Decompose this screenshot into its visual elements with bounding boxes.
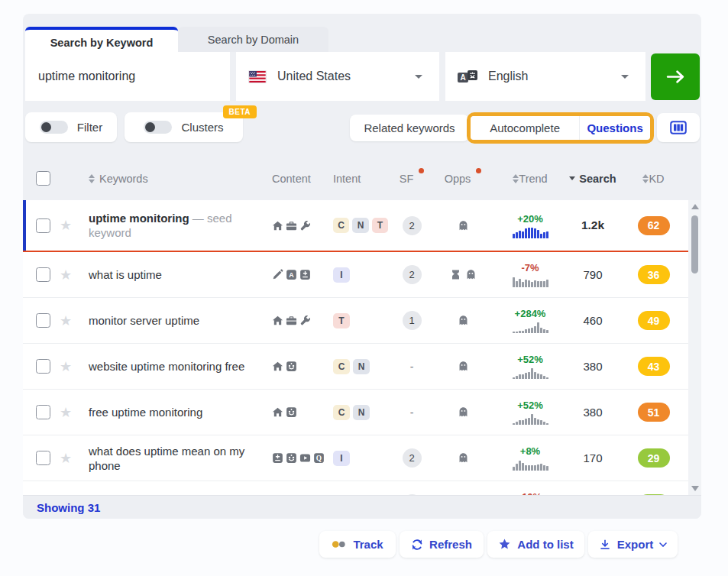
clusters-toggle-switch[interactable] xyxy=(144,121,172,134)
row-star-cell: ★ xyxy=(57,200,83,251)
intent-badge-t: T xyxy=(372,218,388,233)
youtube-icon xyxy=(299,452,311,464)
favorite-star-icon[interactable]: ★ xyxy=(60,404,72,421)
sort-icon[interactable] xyxy=(513,174,519,183)
favorite-star-icon[interactable]: ★ xyxy=(60,358,72,375)
country-select[interactable]: United States xyxy=(236,52,439,101)
tab-search-by-keyword[interactable]: Search by Keyword xyxy=(25,27,178,55)
row-checkbox[interactable] xyxy=(36,405,50,419)
clusters-toggle-button[interactable]: Clusters BETA xyxy=(125,112,243,142)
sort-icon[interactable] xyxy=(642,174,649,183)
favorite-star-icon[interactable]: ★ xyxy=(60,450,72,467)
table-footer: Showing 31 xyxy=(23,495,701,519)
column-header-search[interactable]: Search xyxy=(567,157,619,200)
search-volume-cell: 170 xyxy=(567,435,619,481)
home-icon xyxy=(272,361,283,372)
keyword-cell[interactable]: monitor server uptime xyxy=(83,298,264,343)
search-volume-value: 380 xyxy=(583,360,602,373)
reddit-icon xyxy=(286,452,297,464)
filter-toggle-switch[interactable] xyxy=(40,121,68,134)
keyword-cell[interactable]: what does uptime mean on my phone xyxy=(83,435,264,481)
intent-badge-i: I xyxy=(333,267,350,283)
keyword-cell[interactable]: what is uptime xyxy=(83,252,264,297)
export-button[interactable]: Export xyxy=(588,531,678,558)
kd-cell: 49 xyxy=(619,298,688,343)
keyword-input[interactable] xyxy=(37,69,215,84)
column-header-kd[interactable]: KD xyxy=(619,157,688,200)
row-checkbox[interactable] xyxy=(36,359,50,374)
search-volume-cell: 790 xyxy=(567,252,619,297)
keyword-text: uptime monitoring — seed keyword xyxy=(89,211,264,240)
intent-cell: CN xyxy=(324,390,391,435)
ghost-icon xyxy=(458,452,469,464)
header-star-cell xyxy=(57,157,83,200)
select-all-checkbox[interactable] xyxy=(36,171,50,186)
opportunities-cell xyxy=(432,298,493,343)
add-to-list-label: Add to list xyxy=(517,538,573,551)
search-volume-value: 790 xyxy=(583,268,602,281)
table-scrollbar[interactable] xyxy=(688,200,701,495)
search-volume-cell: 40 xyxy=(567,481,619,495)
trend-bars xyxy=(513,276,548,287)
add-to-list-button[interactable]: Add to list xyxy=(487,531,584,558)
trend-sparkline: +52% xyxy=(513,354,548,379)
keyword-cell[interactable]: free uptime monitoring xyxy=(83,390,264,435)
column-header-trend[interactable]: Trend xyxy=(493,157,567,200)
trend-cell: +284% xyxy=(493,298,567,343)
toggle-knob xyxy=(41,122,51,132)
scrollbar-thumb[interactable] xyxy=(691,215,698,273)
refresh-button[interactable]: Refresh xyxy=(400,531,484,558)
search-volume-value: 380 xyxy=(583,406,602,419)
trend-sparkline: -7% xyxy=(513,262,548,287)
language-select-value: English xyxy=(488,70,621,83)
keyword-main: monitor server uptime xyxy=(89,314,199,327)
track-button[interactable]: Track xyxy=(319,531,396,558)
kd-cell: 62 xyxy=(619,200,688,251)
scroll-up-arrow-icon[interactable] xyxy=(691,204,699,209)
ghost-icon xyxy=(458,315,469,326)
trend-cell: +8% xyxy=(493,435,567,481)
ghost-icon xyxy=(458,220,469,231)
new-feature-dot xyxy=(476,168,481,173)
keyword-input-field xyxy=(25,52,230,101)
row-checkbox[interactable] xyxy=(36,451,50,465)
column-label: SF xyxy=(400,173,414,185)
related-keywords-button[interactable]: Related keywords xyxy=(350,115,469,141)
keyword-cell[interactable]: what is uptime monitoring xyxy=(83,481,264,495)
autocomplete-button[interactable]: Autocomplete xyxy=(471,116,580,140)
reddit-icon xyxy=(286,361,297,372)
article-icon: A xyxy=(286,269,297,280)
sort-icon[interactable] xyxy=(89,174,95,183)
tab-search-by-domain-label: Search by Domain xyxy=(208,34,299,46)
tab-search-by-domain[interactable]: Search by Domain xyxy=(178,27,328,52)
favorite-star-icon[interactable]: ★ xyxy=(60,217,72,234)
filter-toggle-button[interactable]: Filter xyxy=(25,112,117,142)
row-star-cell: ★ xyxy=(57,481,83,495)
row-checkbox-cell xyxy=(29,481,57,495)
keyword-cell[interactable]: uptime monitoring — seed keyword xyxy=(83,200,264,251)
kd-badge: 43 xyxy=(638,357,670,376)
reddit-icon xyxy=(286,406,297,418)
keyword-cell[interactable]: website uptime monitoring free xyxy=(83,344,264,389)
row-checkbox[interactable] xyxy=(36,267,50,282)
search-submit-button[interactable] xyxy=(651,53,700,100)
download-icon xyxy=(599,539,611,551)
filter-label: Filter xyxy=(77,121,102,134)
showing-count: Showing 31 xyxy=(37,501,100,514)
hourglass-icon xyxy=(450,269,461,280)
opportunities-cell xyxy=(432,200,493,251)
questions-button[interactable]: Questions xyxy=(580,116,650,140)
favorite-star-icon[interactable]: ★ xyxy=(60,267,72,283)
ghost-icon xyxy=(458,361,469,372)
row-star-cell: ★ xyxy=(57,390,83,435)
column-header-keywords[interactable]: Keywords xyxy=(83,157,264,200)
scroll-down-arrow-icon[interactable] xyxy=(691,486,699,491)
row-checkbox[interactable] xyxy=(36,218,50,233)
language-select[interactable]: A English xyxy=(445,52,645,101)
kd-badge: 36 xyxy=(638,265,670,284)
favorite-star-icon[interactable]: ★ xyxy=(60,312,72,329)
manage-columns-button[interactable] xyxy=(657,113,700,142)
toolbox-icon xyxy=(286,315,297,326)
add-doc-icon xyxy=(272,452,283,464)
row-checkbox[interactable] xyxy=(36,313,50,328)
